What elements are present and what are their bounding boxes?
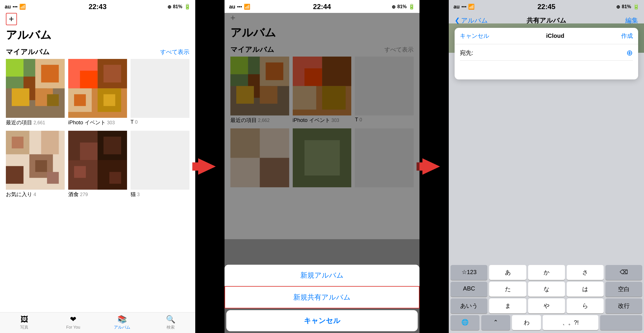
- album-name-fav: お気に入り: [6, 191, 32, 197]
- time-3: 22:45: [537, 3, 555, 11]
- foryou-icon-1: ❤: [70, 315, 76, 324]
- key-abc[interactable]: ABC: [451, 282, 487, 297]
- phone-2: au ▪▪▪ 📶 22:44 ⊕ 81% 🔋 + アルバム マイアルバム すべて…: [225, 0, 420, 333]
- album-thumb-cat: [131, 131, 189, 190]
- album-item-t[interactable]: T 0: [131, 59, 189, 126]
- location-icon: ⊕: [167, 4, 171, 10]
- key-aiu[interactable]: あいう: [451, 298, 487, 313]
- key-ya[interactable]: や: [528, 298, 565, 313]
- key-ka[interactable]: か: [528, 265, 565, 280]
- signal-icon: ▪▪▪: [13, 4, 18, 9]
- svg-rect-30: [103, 137, 121, 154]
- key-space[interactable]: 空白: [605, 282, 642, 297]
- key-ctrl[interactable]: ⌃: [481, 315, 510, 330]
- svg-rect-5: [6, 59, 23, 77]
- svg-rect-17: [103, 94, 115, 106]
- arrow-shape-2: [422, 158, 446, 175]
- album-item-fav[interactable]: お気に入り 4: [6, 131, 65, 198]
- svg-rect-32: [74, 166, 86, 178]
- modal-body-spacer: [460, 64, 633, 75]
- status-right-3: ⊕ 81% 🔋: [616, 4, 639, 10]
- key-wa[interactable]: わ: [512, 315, 541, 330]
- album-item-recent[interactable]: 最近の項目 2,661: [6, 59, 65, 126]
- sheet-menu: 新規アルバム 新規共有アルバム: [225, 265, 420, 308]
- modal-body: 宛先: ⊕: [455, 44, 638, 79]
- album-thumb-iphoto: [68, 59, 127, 118]
- modal-header: キャンセル iCloud 作成: [455, 28, 638, 44]
- tab-search-1[interactable]: 🔍 検索: [146, 315, 195, 330]
- keyboard-row-2: ABC た な は 空白: [449, 280, 644, 297]
- battery-2: 81%: [397, 4, 407, 9]
- modal-cancel-btn[interactable]: キャンセル: [460, 32, 489, 40]
- header-1: +: [0, 13, 195, 28]
- phone-1: au ▪▪▪ 📶 22:43 ⊕ 81% 🔋 + アルバム マイアルバム すべて…: [0, 0, 195, 333]
- section-link-1[interactable]: すべて表示: [160, 48, 189, 56]
- wifi-icon-3: 📶: [468, 4, 475, 10]
- tab-label-foryou-1: For You: [66, 325, 80, 329]
- tab-photos-1[interactable]: 🖼 写真: [0, 315, 49, 330]
- key-enter[interactable]: 改行: [605, 298, 642, 313]
- status-left-2: au ▪▪▪ 📶: [229, 4, 250, 10]
- album-count-t: 0: [135, 120, 138, 125]
- key-ha[interactable]: は: [567, 282, 604, 297]
- svg-rect-8: [47, 94, 59, 106]
- sheet-new-shared-album[interactable]: 新規共有アルバム: [225, 286, 420, 308]
- tab-foryou-1[interactable]: ❤ For You: [49, 315, 98, 330]
- tab-label-photos-1: 写真: [20, 325, 28, 330]
- time-2: 22:44: [313, 3, 331, 11]
- svg-rect-15: [74, 94, 86, 106]
- svg-rect-13: [103, 65, 121, 82]
- key-backspace[interactable]: ⌫: [605, 265, 642, 280]
- key-return[interactable]: [600, 315, 642, 330]
- battery-icon: 🔋: [184, 4, 191, 10]
- arrow-2: [419, 0, 449, 333]
- time-1: 22:43: [89, 3, 107, 11]
- svg-rect-24: [41, 131, 59, 154]
- album-item-food[interactable]: 酒食 279: [68, 131, 127, 198]
- album-thumb-food: [68, 131, 127, 190]
- album-row-1: 最近の項目 2,661 iPhoto イベント 303: [0, 59, 195, 126]
- add-button-1[interactable]: +: [6, 13, 17, 25]
- keyboard-row-3: あいう ま や ら 改行: [449, 297, 644, 313]
- status-bar-1: au ▪▪▪ 📶 22:43 ⊕ 81% 🔋: [0, 0, 195, 13]
- album-count-iphoto: 303: [107, 120, 115, 125]
- album-item-iphoto[interactable]: iPhoto イベント 303: [68, 59, 127, 126]
- sheet-new-album[interactable]: 新規アルバム: [225, 265, 420, 286]
- album-count-fav: 4: [33, 192, 36, 197]
- recipient-input[interactable]: [476, 50, 626, 56]
- albums-icon-1: 📚: [117, 315, 127, 324]
- album-thumb-recent: [6, 59, 65, 118]
- key-a[interactable]: あ: [489, 265, 526, 280]
- sheet-cancel[interactable]: キャンセル: [226, 310, 418, 331]
- key-sa[interactable]: さ: [567, 265, 604, 280]
- status-left-1: au ▪▪▪ 📶: [5, 4, 26, 10]
- add-recipient-icon[interactable]: ⊕: [626, 48, 633, 57]
- svg-rect-25: [47, 172, 59, 184]
- arrow-shape-1: [198, 158, 222, 175]
- wifi-icon-2: 📶: [244, 4, 250, 10]
- status-right-2: ⊕ 81% 🔋: [392, 4, 415, 10]
- bottom-sheet: 新規アルバム 新規共有アルバム キャンセル: [225, 239, 420, 333]
- carrier-3: au: [453, 4, 460, 10]
- signal-icon-2: ▪▪▪: [237, 4, 242, 9]
- keyboard-row-1: ☆123 あ か さ ⌫: [449, 263, 644, 280]
- album-item-cat[interactable]: 猫 3: [131, 131, 189, 198]
- recipient-label: 宛先:: [460, 49, 473, 57]
- modal-create-btn[interactable]: 作成: [621, 32, 633, 40]
- key-punct[interactable]: 、。?!: [543, 315, 598, 330]
- key-ra[interactable]: ら: [567, 298, 604, 313]
- carrier-2: au: [229, 4, 235, 10]
- signal-icon-3: ▪▪▪: [461, 4, 466, 9]
- key-123[interactable]: ☆123: [451, 265, 487, 280]
- section-header-1: マイアルバム すべて表示: [0, 46, 195, 59]
- key-ma[interactable]: ま: [489, 298, 526, 313]
- key-ta[interactable]: た: [489, 282, 526, 297]
- battery-3: 81%: [622, 4, 631, 9]
- status-bar-2: au ▪▪▪ 📶 22:44 ⊕ 81% 🔋: [225, 0, 420, 13]
- key-na[interactable]: な: [528, 282, 565, 297]
- key-globe[interactable]: 🌐: [451, 315, 479, 330]
- phone-3: au ▪▪▪ 📶 22:45 ⊕ 81% 🔋 ❮ アルバム 共有アルバム 編集 …: [449, 0, 644, 333]
- tab-albums-1[interactable]: 📚 アルバム: [97, 315, 146, 330]
- svg-rect-22: [35, 160, 47, 172]
- album-name-recent: 最近の項目: [6, 120, 32, 125]
